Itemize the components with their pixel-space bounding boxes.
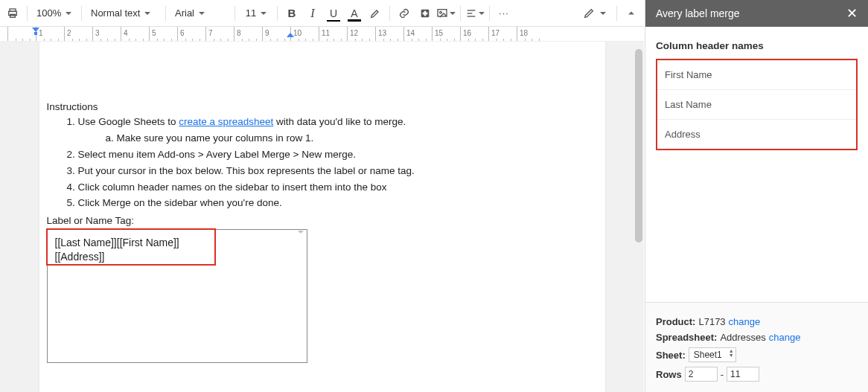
- instructions-heading: Instructions: [47, 101, 598, 112]
- spreadsheet-change-link[interactable]: change: [769, 332, 801, 343]
- label-box-dropdown-icon[interactable]: [298, 233, 304, 246]
- document-page[interactable]: Instructions Use Google Sheets to create…: [39, 42, 605, 392]
- instruction-item: Select menu item Add-ons > Avery Label M…: [78, 148, 598, 162]
- product-label: Product:: [656, 316, 695, 327]
- label-box[interactable]: [[Last Name]][[First Name]] [[Address]]: [47, 229, 307, 363]
- instruction-subitem: Make sure you name your columns in row 1…: [117, 132, 598, 146]
- highlight-button[interactable]: [366, 4, 385, 23]
- rows-to-input[interactable]: 11: [727, 367, 759, 382]
- collapse-toolbar-button[interactable]: [622, 4, 641, 23]
- insert-link-button[interactable]: [395, 4, 414, 23]
- font-size-value: 11: [246, 7, 256, 19]
- create-spreadsheet-link[interactable]: create a spreadsheet: [179, 116, 273, 127]
- sidebar-footer: Product: L7173 change Spreadsheet: Addre…: [645, 302, 868, 392]
- spreadsheet-value: Addresses: [720, 332, 765, 343]
- instruction-item: Click Merge on the sidebar when you're d…: [78, 196, 598, 211]
- paragraph-style-dropdown[interactable]: Normal text: [86, 4, 161, 23]
- sidebar-header: Avery label merge ✕: [645, 0, 868, 27]
- rows-from-input[interactable]: 2: [685, 367, 718, 382]
- column-list: First Name Last Name Address: [656, 59, 858, 150]
- editing-mode-caret[interactable]: [600, 12, 606, 15]
- left-indent-marker[interactable]: [32, 28, 39, 33]
- product-change-link[interactable]: change: [729, 316, 761, 327]
- scrollbar-track[interactable]: [634, 42, 644, 392]
- sidebar: Avery label merge ✕ Column header names …: [645, 0, 868, 392]
- rows-label: Rows: [656, 369, 682, 380]
- font-value: Arial: [175, 7, 194, 19]
- column-header-title: Column header names: [656, 40, 858, 51]
- sidebar-title: Avery label merge: [656, 7, 740, 19]
- insert-image-button[interactable]: [436, 4, 456, 23]
- svg-rect-5: [423, 12, 428, 14]
- spreadsheet-label: Spreadsheet:: [656, 332, 717, 343]
- svg-point-7: [440, 11, 442, 13]
- zoom-value: 100%: [36, 7, 61, 19]
- ruler[interactable]: 123456789101112131415161718: [0, 27, 644, 42]
- column-item[interactable]: Last Name: [657, 90, 856, 120]
- column-item[interactable]: Address: [657, 120, 856, 149]
- editing-mode-button[interactable]: [579, 4, 599, 23]
- toolbar: 100% Normal text Arial 11 B I U A ···: [0, 0, 644, 27]
- rows-separator: -: [721, 369, 724, 380]
- instructions-list: Use Google Sheets to create a spreadshee…: [47, 115, 598, 211]
- zoom-dropdown[interactable]: 100%: [32, 4, 77, 23]
- label-title: Label or Name Tag:: [47, 215, 598, 226]
- bold-button[interactable]: B: [282, 4, 301, 23]
- underline-button[interactable]: U: [324, 4, 343, 23]
- column-item[interactable]: First Name: [657, 60, 856, 90]
- text-color-button[interactable]: A: [345, 4, 364, 23]
- sheet-label: Sheet:: [656, 350, 686, 361]
- product-value: L7173: [698, 316, 725, 327]
- editor-area: Instructions Use Google Sheets to create…: [0, 42, 644, 392]
- align-button[interactable]: [465, 4, 485, 23]
- instruction-item: Use Google Sheets to create a spreadshee…: [78, 115, 598, 146]
- insert-comment-button[interactable]: [415, 4, 435, 23]
- font-dropdown[interactable]: Arial: [170, 4, 230, 23]
- style-value: Normal text: [91, 7, 140, 19]
- instruction-item: Put your cursor in the box below. This b…: [78, 164, 598, 179]
- instruction-item: Click column header names on the sidebar…: [78, 181, 598, 195]
- scrollbar-thumb[interactable]: [635, 49, 642, 242]
- print-icon[interactable]: [3, 4, 22, 23]
- font-size-dropdown[interactable]: 11: [240, 4, 272, 23]
- close-icon[interactable]: ✕: [846, 7, 858, 20]
- sheet-select[interactable]: Sheet1 ▲▼: [689, 347, 736, 362]
- italic-button[interactable]: I: [303, 4, 322, 23]
- label-line: [[Address]]: [55, 250, 299, 263]
- more-button[interactable]: ···: [494, 4, 514, 23]
- label-line: [[Last Name]][[First Name]]: [55, 236, 299, 249]
